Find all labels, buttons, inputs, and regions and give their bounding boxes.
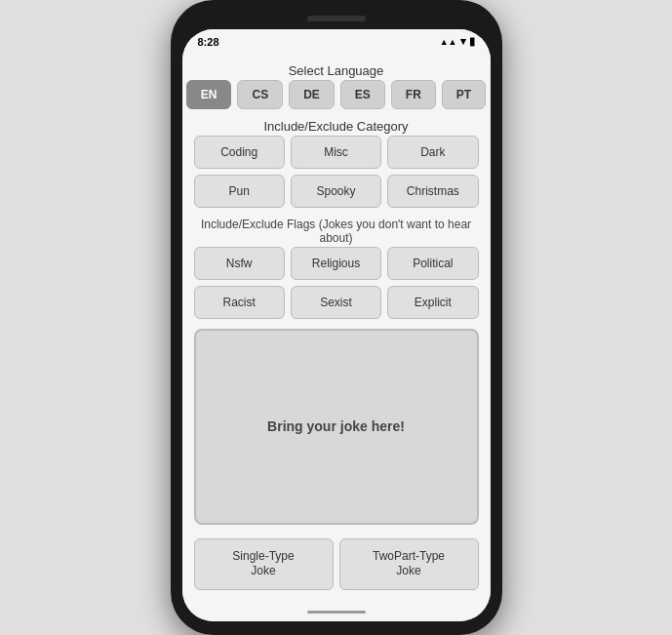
bottom-buttons: Single-TypeJoke TwoPart-TypeJoke [194,538,479,590]
flag-btn-nsfw[interactable]: Nsfw [194,247,285,280]
category-section: Include/Exclude Category Coding Misc Dar… [194,115,479,208]
category-grid: Coding Misc Dark Pun Spooky Christmas [194,136,479,208]
cat-btn-christmas[interactable]: Christmas [387,175,478,208]
cat-btn-spooky[interactable]: Spooky [291,175,381,208]
joke-placeholder-text: Bring your joke here! [267,418,405,434]
cat-btn-misc[interactable]: Misc [291,136,381,169]
single-type-joke-button[interactable]: Single-TypeJoke [194,538,334,590]
cat-btn-coding[interactable]: Coding [194,136,285,169]
flag-btn-political[interactable]: Political [387,247,478,280]
status-right: ▲▲ ▾ ▮ [440,35,475,48]
joke-display-box: Bring your joke here! [194,329,479,525]
language-row: EN CS DE ES FR PT [194,80,479,109]
two-part-type-joke-button[interactable]: TwoPart-TypeJoke [339,538,479,590]
flags-section: Include/Exclude Flags (Jokes you don't w… [194,214,479,319]
wifi-icon: ▾ [460,35,466,48]
lang-btn-es[interactable]: ES [340,80,385,109]
category-section-title: Include/Exclude Category [194,119,479,134]
phone-speaker [307,16,366,21]
lang-btn-cs[interactable]: CS [237,80,283,109]
phone-shell: 8:28 ▲▲ ▾ ▮ Select Language EN CS DE ES … [171,0,502,635]
phone-top-bar [182,12,491,29]
phone-home-bar [182,602,491,621]
time-display: 8:28 [198,36,219,48]
cat-btn-dark[interactable]: Dark [387,136,478,169]
sim-icon: ▲▲ [440,37,457,47]
lang-btn-fr[interactable]: FR [391,80,436,109]
language-section: Select Language EN CS DE ES FR PT [194,60,479,109]
flag-btn-racist[interactable]: Racist [194,286,285,319]
lang-btn-en[interactable]: EN [186,80,232,109]
status-left: 8:28 [198,36,219,48]
home-bar-line [307,611,366,614]
flags-grid: Nsfw Religious Political Racist Sexist E… [194,247,479,319]
flags-section-title: Include/Exclude Flags (Jokes you don't w… [194,218,479,245]
app-content: Select Language EN CS DE ES FR PT Includ… [182,52,491,602]
lang-btn-pt[interactable]: PT [442,80,486,109]
lang-btn-de[interactable]: DE [289,80,335,109]
flag-btn-sexist[interactable]: Sexist [291,286,381,319]
phone-screen: 8:28 ▲▲ ▾ ▮ Select Language EN CS DE ES … [182,29,491,621]
battery-icon: ▮ [469,35,475,48]
flag-btn-religious[interactable]: Religious [291,247,381,280]
cat-btn-pun[interactable]: Pun [194,175,285,208]
flag-btn-explicit[interactable]: Explicit [387,286,478,319]
language-section-title: Select Language [194,63,479,78]
status-bar: 8:28 ▲▲ ▾ ▮ [182,29,491,52]
